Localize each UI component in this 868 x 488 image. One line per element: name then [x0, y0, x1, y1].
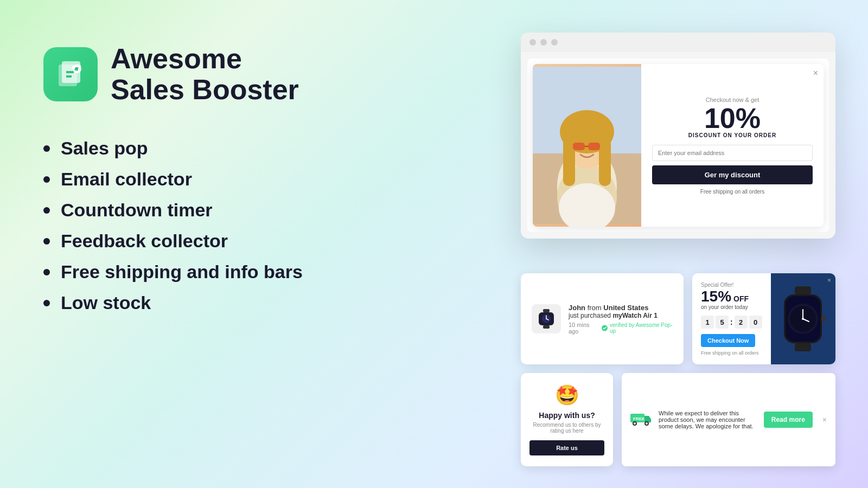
browser-bar	[521, 33, 835, 52]
countdown-special: Special Offer!	[701, 282, 762, 288]
browser-dot-green	[551, 39, 558, 46]
list-item: Sales pop	[43, 138, 380, 159]
browser-dot-red	[529, 39, 536, 46]
svg-rect-24	[795, 286, 811, 294]
popup-shipping: Free shipping on all orders	[652, 189, 813, 195]
popup-discount: 10%	[652, 104, 813, 132]
widgets-row-2: 🤩 Happy with us? Recommend us to others …	[521, 373, 835, 466]
svg-rect-25	[795, 343, 811, 351]
countdown-timer: 1 5 : 2 0	[701, 316, 762, 329]
feedback-emoji: 🤩	[529, 384, 604, 407]
sales-pop-meta: 10 mins ago verified by Awesome Pop-up	[569, 322, 673, 335]
logo-icon	[43, 47, 98, 101]
popup-image	[533, 64, 641, 227]
right-panel: × Checkout now & get 10% DISCOUNT ON YOU…	[521, 33, 835, 239]
countdown-off: OFF	[733, 294, 749, 303]
popup-right: × Checkout now & get 10% DISCOUNT ON YOU…	[641, 64, 824, 227]
countdown-image	[771, 273, 835, 364]
bullet-icon	[43, 238, 50, 245]
list-item: Countdown timer	[43, 200, 380, 221]
close-icon[interactable]: ×	[827, 277, 831, 284]
popup-discount-text: DISCOUNT ON YOUR ORDER	[652, 132, 813, 138]
rate-us-button[interactable]: Rate us	[529, 440, 604, 455]
email-input[interactable]	[652, 145, 813, 161]
verified-badge: verified by Awesome Pop-up	[602, 322, 673, 334]
bullet-icon	[43, 300, 50, 306]
app-title: Awesome Sales Booster	[111, 43, 299, 105]
bullet-icon	[43, 207, 50, 214]
sales-pop-product: just purchased myWatch Air 1	[569, 312, 673, 319]
svg-point-39	[646, 422, 648, 425]
countdown-widget: × Special Offer! 15% OFF on your order t…	[692, 273, 835, 364]
read-more-button[interactable]: Read more	[764, 412, 813, 428]
info-bar-text: While we expect to deliver this product …	[659, 410, 757, 429]
delivery-icon: FREE	[630, 410, 652, 429]
feedback-title: Happy with us?	[529, 411, 604, 420]
widgets-row-1: John from United States just purchased m…	[521, 273, 835, 364]
list-item: Feedback collector	[43, 230, 380, 252]
browser-dot-yellow	[540, 39, 547, 46]
feature-list: Sales pop Email collector Countdown time…	[43, 138, 380, 313]
sales-pop-widget: John from United States just purchased m…	[521, 273, 684, 364]
sales-pop-name: John from United States	[569, 304, 673, 312]
left-panel: Awesome Sales Booster Sales pop Email co…	[43, 43, 380, 313]
svg-rect-12	[573, 143, 585, 150]
product-image	[532, 304, 561, 333]
svg-point-32	[802, 318, 804, 320]
browser-content: × Checkout now & get 10% DISCOUNT ON YOU…	[527, 59, 829, 232]
checkout-button[interactable]: Checkout Now	[701, 334, 755, 347]
close-icon[interactable]: ×	[822, 415, 827, 424]
svg-point-37	[634, 422, 636, 425]
feedback-widget: 🤩 Happy with us? Recommend us to others …	[521, 373, 613, 466]
svg-text:FREE: FREE	[633, 416, 645, 421]
timer-digit: 5	[716, 316, 729, 329]
bullet-icon	[43, 145, 50, 152]
email-popup: × Checkout now & get 10% DISCOUNT ON YOU…	[533, 64, 824, 227]
list-item: Email collector	[43, 169, 380, 190]
countdown-percent: 15%	[701, 289, 731, 304]
close-icon[interactable]: ×	[813, 68, 818, 78]
get-discount-button[interactable]: Ger my discount	[652, 165, 813, 184]
bullet-icon	[43, 269, 50, 275]
sales-pop-time: 10 mins ago	[569, 322, 598, 335]
svg-rect-33	[821, 316, 826, 322]
list-item: Low stock	[43, 292, 380, 313]
svg-rect-11	[599, 132, 611, 186]
bottom-widgets: John from United States just purchased m…	[521, 273, 835, 466]
svg-rect-16	[543, 309, 550, 312]
countdown-left: Special Offer! 15% OFF on your order tod…	[692, 273, 771, 364]
info-bar-widget: FREE While we expect to deliver this pro…	[622, 373, 835, 466]
countdown-shipping: Free shipping on all orders	[701, 350, 762, 356]
svg-rect-17	[543, 325, 550, 329]
svg-point-3	[78, 65, 81, 68]
bullet-icon	[43, 176, 50, 183]
timer-digit: 1	[701, 316, 714, 329]
svg-rect-10	[563, 132, 575, 186]
svg-rect-13	[588, 143, 600, 150]
feedback-subtitle: Recommend us to others by rating us here	[529, 422, 604, 434]
logo-area: Awesome Sales Booster	[43, 43, 380, 105]
timer-digit: 0	[749, 316, 762, 329]
popup-subtitle: Checkout now & get	[652, 97, 813, 103]
timer-digit: 2	[735, 316, 748, 329]
sales-pop-text: John from United States just purchased m…	[569, 304, 673, 335]
browser-window: × Checkout now & get 10% DISCOUNT ON YOU…	[521, 33, 835, 239]
list-item: Free shipping and info bars	[43, 261, 380, 282]
countdown-today: on your order today	[701, 304, 762, 310]
